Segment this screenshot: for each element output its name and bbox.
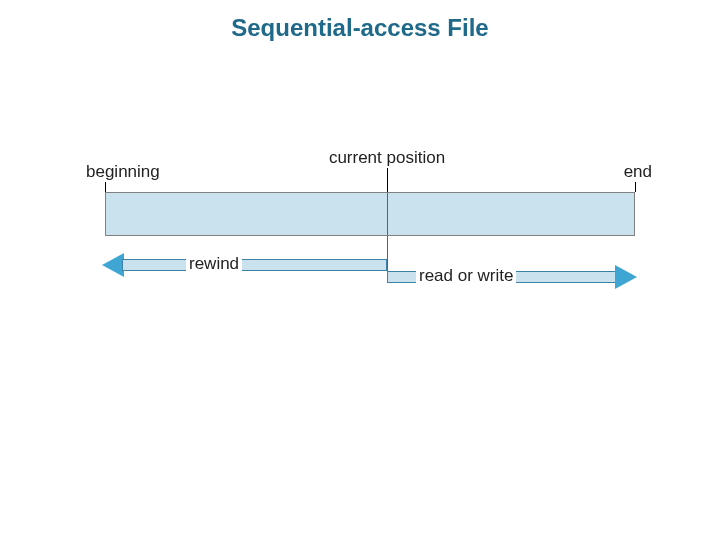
current-position-marker xyxy=(387,193,388,235)
tick-beginning xyxy=(105,182,106,192)
arrowhead-right-icon xyxy=(615,265,637,289)
rewind-arrow-bar xyxy=(122,259,387,271)
tick-end xyxy=(635,182,636,192)
label-rewind: rewind xyxy=(186,254,242,274)
label-read-or-write: read or write xyxy=(416,266,516,286)
label-beginning: beginning xyxy=(86,162,160,182)
arrowhead-left-icon xyxy=(102,253,124,277)
page-title: Sequential-access File xyxy=(0,14,720,42)
label-end: end xyxy=(624,162,652,182)
file-bar xyxy=(105,192,635,236)
sequential-access-diagram: beginning current position end rewind re… xyxy=(90,148,650,318)
label-current-position: current position xyxy=(322,148,452,168)
